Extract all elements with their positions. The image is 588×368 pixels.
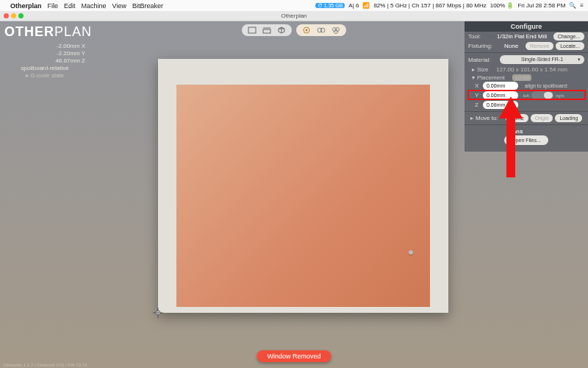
status-memory[interactable]: ⏱ 1.35 GB xyxy=(315,3,345,8)
window-removed-banner: Window Removed xyxy=(257,350,331,362)
tool-value: 1/32in Flat End Mill xyxy=(497,33,551,40)
status-datetime[interactable]: Fri Jul 28 2:58 PM xyxy=(517,2,565,9)
toggle-left-label: left xyxy=(523,93,529,98)
move-origin-button[interactable]: Origin xyxy=(531,114,553,122)
layer-b-icon[interactable] xyxy=(317,26,326,35)
move-disclosure[interactable]: ▸ xyxy=(470,115,473,121)
svg-point-6 xyxy=(320,28,325,32)
placement-y-input[interactable]: 0.00mm xyxy=(483,91,518,99)
size-disclosure[interactable]: ▸ Size 127.00 x 101.60 x 1.54 mm xyxy=(465,65,588,73)
status-battery[interactable]: 100% 🔋 xyxy=(490,2,514,9)
open-files-button[interactable]: Open Files... xyxy=(504,135,548,145)
align-label: align to spoilboard: xyxy=(525,83,568,88)
fixture-label: Fixturing: xyxy=(468,43,502,49)
menu-bitbreaker[interactable]: BitBreaker xyxy=(132,2,163,10)
view-group-b xyxy=(296,24,346,36)
placement-z-row: Z 0.08mm xyxy=(465,100,588,110)
status-wifi: 82% | 5 GHz | Ch 157 | 867 Mbps | 80 MHz xyxy=(373,2,486,9)
placement-x-row: X 0.00mm align to spoilboard: xyxy=(465,81,588,91)
view-top-icon[interactable] xyxy=(248,26,257,35)
menubar-app[interactable]: Otherplan xyxy=(10,2,42,10)
layer-c-icon[interactable] xyxy=(331,26,340,35)
traffic-lights xyxy=(4,13,24,18)
tool-label: Tool: xyxy=(468,33,495,40)
placement-y-row: Y 0.00mm left right xyxy=(465,91,588,100)
coord-y: -2.20mm Y xyxy=(57,50,85,57)
menu-edit[interactable]: Edit xyxy=(64,2,76,10)
zoom-icon[interactable] xyxy=(18,13,24,18)
layer-a-icon[interactable] xyxy=(302,26,311,35)
gcode-state-disclosure[interactable]: ▸ G-code state xyxy=(4,72,85,79)
minimize-icon[interactable] xyxy=(11,13,16,18)
panel-title: Configure xyxy=(465,21,588,32)
view-group-a xyxy=(242,24,292,36)
window-titlebar: Otherplan xyxy=(0,11,588,21)
view-toolbar xyxy=(242,24,346,36)
menu-extra-icon[interactable]: ≡ xyxy=(580,2,584,9)
canvas[interactable] xyxy=(158,59,448,313)
configure-panel: Configure Tool: 1/32in Flat End Mill Cha… xyxy=(465,21,588,152)
svg-point-4 xyxy=(306,29,308,32)
version-footer: Otherplan 1.1.7 / Othermill (V2) / FW 72… xyxy=(3,363,87,367)
status-adobe[interactable]: A| 6 xyxy=(348,2,359,9)
align-toggle[interactable] xyxy=(531,91,553,99)
remove-fixture-button[interactable]: Remove xyxy=(526,42,553,50)
locate-fixture-button[interactable]: Locate... xyxy=(556,42,584,50)
menu-view[interactable]: View xyxy=(112,2,126,10)
window-title: Otherplan xyxy=(281,13,306,19)
material-select[interactable]: Single-Sided FR-1 xyxy=(500,55,584,64)
menu-file[interactable]: File xyxy=(48,2,59,10)
placement-z-input[interactable]: 0.08mm xyxy=(483,101,518,109)
placement-disclosure[interactable]: ▾ Placement ±0.08 xyxy=(465,73,588,81)
svg-rect-0 xyxy=(248,27,256,33)
pivot-marker xyxy=(409,250,413,255)
move-loading-button[interactable]: Loading xyxy=(555,114,582,122)
move-home-button[interactable]: Home xyxy=(506,114,528,122)
move-label: Move to: xyxy=(476,115,503,121)
svg-rect-1 xyxy=(263,29,270,33)
fixture-value: None xyxy=(504,43,523,49)
axis-x-label: X xyxy=(475,82,481,89)
axis-y-label: Y xyxy=(475,92,481,99)
app-logo: OTHERPLAN xyxy=(4,24,92,40)
macos-menubar: Otherplan File Edit Machine View BitBrea… xyxy=(0,0,588,11)
coord-mode: spoilboard-relative xyxy=(4,65,85,72)
plans-label: Plans xyxy=(465,127,588,135)
axis-z-label: Z xyxy=(475,102,481,108)
toggle-right-label: right xyxy=(556,93,564,98)
origin-marker-icon xyxy=(153,308,163,318)
menu-machine[interactable]: Machine xyxy=(82,2,107,10)
change-tool-button[interactable]: Change... xyxy=(553,32,584,40)
material-label: Material: xyxy=(468,57,498,63)
view-front-icon[interactable] xyxy=(262,26,271,35)
coord-x: -2.00mm X xyxy=(57,43,85,50)
material-preview[interactable] xyxy=(176,85,430,307)
spotlight-icon[interactable]: 🔍 xyxy=(569,2,576,9)
placement-x-input[interactable]: 0.00mm xyxy=(483,82,518,90)
coord-z: 46.67mm Z xyxy=(56,57,85,65)
view-iso-icon[interactable] xyxy=(277,26,286,35)
wifi-icon[interactable]: 📶 xyxy=(362,2,370,9)
coordinate-readout: -2.00mm X -2.20mm Y 46.67mm Z spoilboard… xyxy=(4,43,85,79)
close-icon[interactable] xyxy=(4,13,9,18)
